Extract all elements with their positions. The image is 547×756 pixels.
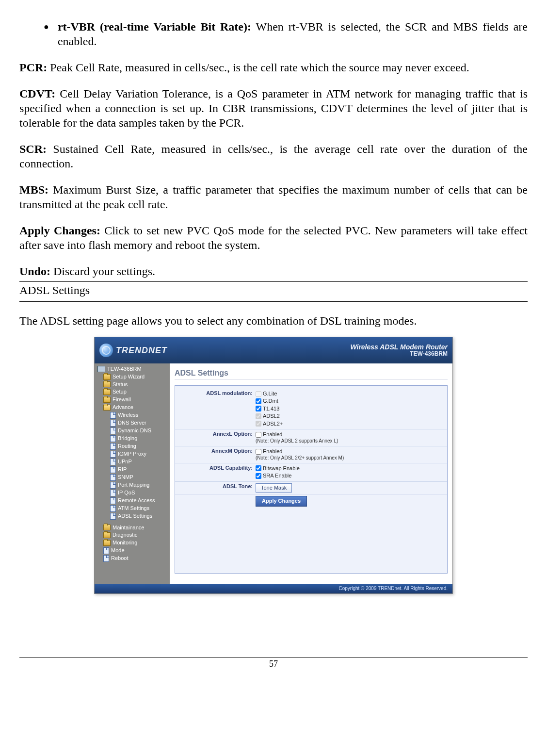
sidebar-item-setup-wizard[interactable]: Setup Wizard (95, 373, 170, 381)
page-icon (110, 427, 116, 434)
sidebar-item-maintainance[interactable]: Maintainance (95, 524, 170, 532)
folder-icon (103, 540, 111, 546)
sidebar-item-diagnostic[interactable]: Diagnostic (95, 531, 170, 539)
sidebar-item-monitoring[interactable]: Monitoring (95, 539, 170, 547)
folder-icon (103, 374, 111, 380)
capability-label: ADSL Capability: (175, 465, 256, 472)
sidebar-item-dynamic-dns[interactable]: Dynamic DNS (95, 427, 170, 435)
sidebar-item-setup[interactable]: Setup (95, 388, 170, 396)
product-tagline: Wireless ADSL Modem Router (350, 343, 448, 351)
tone-label: ADSL Tone: (175, 483, 256, 490)
apply-term: Apply Changes: (19, 224, 100, 237)
scr-desc: Sustained Cell Rate, measured in cells/s… (19, 143, 528, 170)
chk-annexl[interactable] (256, 432, 261, 438)
sidebar-item-dns-server[interactable]: DNS Server (95, 419, 170, 427)
page-icon (110, 497, 116, 504)
annexl-note: (Note: Only ADSL 2 supports Annex L) (256, 438, 338, 444)
folder-open-icon (103, 405, 111, 411)
page-icon (110, 505, 116, 512)
brand-logo-icon (99, 344, 113, 357)
page-icon (110, 443, 116, 450)
page-icon (110, 513, 116, 520)
page-icon (110, 490, 116, 496)
sidebar-item-firewall[interactable]: Firewall (95, 396, 170, 404)
bullet-rt-vbr: ● rt-VBR (real-time Variable Bit Rate): … (44, 19, 528, 49)
page-number: 57 (269, 659, 278, 669)
undo-desc: Discard your settings. (50, 265, 155, 278)
sidebar-item-rip[interactable]: RIP (95, 466, 170, 474)
app-header: TRENDNET Wireless ADSL Modem Router TEW-… (95, 337, 452, 363)
sidebar-root[interactable]: TEW-436BRM (95, 365, 170, 373)
sidebar-item-igmp-proxy[interactable]: IGMP Proxy (95, 450, 170, 458)
sidebar-item-advance[interactable]: Advance (95, 404, 170, 411)
pcr-desc: Peak Cell Rate, measured in cells/sec., … (47, 61, 469, 74)
sidebar-item-status[interactable]: Status (95, 381, 170, 389)
page-footer: 57 (19, 657, 528, 670)
mbs-desc: Maximum Burst Size, a traffic parameter … (19, 183, 528, 211)
sidebar-item-remote-access[interactable]: Remote Access (95, 497, 170, 505)
page-icon (110, 474, 116, 481)
cdvt-term: CDVT: (19, 87, 55, 100)
page-icon (110, 482, 116, 489)
apply-changes-button[interactable]: Apply Changes (256, 496, 307, 507)
undo-term: Undo: (19, 265, 50, 278)
sidebar-item-wireless[interactable]: Wireless (95, 411, 170, 419)
page-icon (110, 412, 116, 419)
sidebar-item-reboot[interactable]: Reboot (95, 555, 170, 562)
chk-gdmt[interactable] (256, 398, 261, 404)
sidebar-item-upnp[interactable]: UPnP (95, 458, 170, 466)
section-title: ADSL Settings (19, 283, 528, 298)
section-intro: The ADSL setting page allows you to sele… (19, 313, 528, 328)
header-right: Wireless ADSL Modem Router TEW-436BRM (350, 343, 448, 358)
sidebar-item-atm-settings[interactable]: ATM Settings (95, 505, 170, 512)
rt-vbr-term: rt-VBR (real-time Variable Bit Rate): (58, 20, 251, 33)
scr-term: SCR: (19, 143, 47, 155)
sidebar-item-port-mapping[interactable]: Port Mapping (95, 481, 170, 489)
pcr-term: PCR: (19, 61, 47, 74)
folder-icon (103, 525, 111, 530)
page-icon (110, 466, 116, 473)
sidebar-item-ip-qos[interactable]: IP QoS (95, 489, 170, 497)
folder-icon (103, 381, 111, 387)
sidebar-item-bridging[interactable]: Bridging (95, 435, 170, 443)
mbs-term: MBS: (19, 183, 48, 196)
sidebar-item-adsl-settings[interactable]: ADSL Settings (95, 512, 170, 520)
page-icon (110, 435, 116, 442)
section-divider-top (19, 281, 528, 282)
sidebar-item-snmp[interactable]: SNMP (95, 474, 170, 481)
folder-icon (103, 397, 111, 403)
annexl-label: AnnexL Option: (175, 431, 256, 438)
chk-adsl2plus[interactable] (256, 421, 261, 427)
tone-mask-button[interactable]: Tone Mask (256, 483, 292, 493)
bullet-icon: ● (44, 21, 49, 49)
page-icon (110, 451, 116, 458)
page-icon (103, 555, 109, 562)
sidebar-item-mode[interactable]: Mode (95, 547, 170, 555)
page-icon (103, 547, 109, 554)
annexm-label: AnnexM Option: (175, 448, 256, 455)
chk-sra[interactable] (256, 473, 261, 479)
folder-icon (103, 532, 111, 538)
sidebar-item-routing[interactable]: Routing (95, 443, 170, 450)
content-area: ADSL Settings ADSL modulation: G.Lite G.… (170, 363, 452, 584)
chk-adsl2[interactable] (256, 413, 261, 419)
chk-bitswap[interactable] (256, 465, 261, 471)
product-model: TEW-436BRM (350, 351, 448, 358)
router-admin-window: TRENDNET Wireless ADSL Modem Router TEW-… (94, 337, 453, 594)
monitor-icon (97, 366, 105, 372)
folder-icon (103, 389, 111, 395)
brand-text: TRENDNET (116, 345, 167, 356)
chk-glite[interactable] (256, 391, 261, 397)
modulation-label: ADSL modulation: (175, 390, 256, 397)
page-icon (110, 420, 116, 427)
annexm-note: (Note: Only ADSL 2/2+ support Annex M) (256, 455, 344, 461)
cdvt-desc: Cell Delay Variation Tolerance, is a QoS… (19, 87, 528, 129)
section-divider-bottom (19, 301, 528, 302)
content-title: ADSL Settings (175, 368, 448, 379)
settings-panel: ADSL modulation: G.Lite G.Dmt T1.413 ADS… (175, 385, 448, 574)
chk-t1413[interactable] (256, 406, 261, 411)
app-footer: Copyright © 2009 TRENDnet. All Rights Re… (95, 584, 452, 593)
brand: TRENDNET (99, 344, 167, 357)
page-icon (110, 459, 116, 465)
chk-annexm[interactable] (256, 449, 261, 455)
